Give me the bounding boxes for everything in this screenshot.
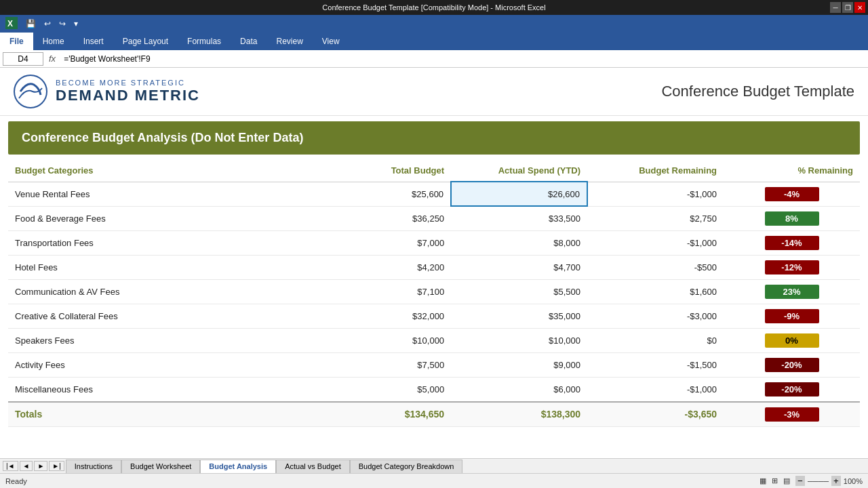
- table-header-row: Budget Categories Total Budget Actual Sp…: [8, 160, 860, 182]
- cell-actual-spend[interactable]: $26,600: [451, 182, 587, 206]
- cell-percent-remaining[interactable]: -14%: [724, 230, 860, 255]
- cell-actual-spend[interactable]: $5,500: [451, 279, 587, 304]
- tab-home[interactable]: Home: [33, 33, 74, 50]
- sheet-tabs-bar: |◄ ◄ ► ►| Instructions Budget Worksheet …: [0, 458, 868, 473]
- table-row: Activity Fees $7,500 $9,000 -$1,500 -20%: [8, 352, 860, 377]
- tab-view[interactable]: View: [313, 33, 349, 50]
- cell-actual-spend[interactable]: $35,000: [451, 304, 587, 328]
- logo-text: Become More Strategic Demand Metric: [56, 79, 200, 104]
- cell-total-budget[interactable]: $7,500: [332, 352, 451, 377]
- sheet-tab-actual-vs-budget[interactable]: Actual vs Budget: [276, 460, 350, 473]
- tab-file[interactable]: File: [0, 33, 33, 50]
- sheet-tab-instructions[interactable]: Instructions: [66, 460, 121, 473]
- sheet-nav-prev[interactable]: ◄: [20, 461, 33, 471]
- cell-reference-input[interactable]: [3, 52, 43, 66]
- cell-total-budget[interactable]: $5,000: [332, 377, 451, 402]
- cell-total-budget[interactable]: $36,250: [332, 206, 451, 230]
- cell-category[interactable]: Hotel Fees: [8, 255, 332, 279]
- table-row: Speakers Fees $10,000 $10,000 $0 0%: [8, 328, 860, 352]
- cell-percent-remaining[interactable]: 0%: [724, 328, 860, 352]
- cell-budget-remaining[interactable]: $1,600: [587, 279, 724, 304]
- totals-percent: -3%: [724, 402, 860, 427]
- percent-badge: -14%: [765, 236, 819, 250]
- cell-budget-remaining[interactable]: -$500: [587, 255, 724, 279]
- cell-percent-remaining[interactable]: -12%: [724, 255, 860, 279]
- zoom-in-button[interactable]: +: [831, 476, 841, 486]
- excel-icon[interactable]: X: [3, 16, 20, 33]
- formula-input[interactable]: [61, 54, 865, 64]
- cell-category[interactable]: Creative & Collateral Fees: [8, 304, 332, 328]
- cell-total-budget[interactable]: $4,200: [332, 255, 451, 279]
- col-header-actual-spend: Actual Spend (YTD): [451, 160, 587, 182]
- cell-actual-spend[interactable]: $33,500: [451, 206, 587, 230]
- cell-category[interactable]: Miscellaneous Fees: [8, 377, 332, 402]
- col-header-categories: Budget Categories: [8, 160, 332, 182]
- cell-total-budget[interactable]: $10,000: [332, 328, 451, 352]
- logo-name: Demand Metric: [56, 87, 200, 104]
- cell-actual-spend[interactable]: $10,000: [451, 328, 587, 352]
- zoom-slider[interactable]: ────: [808, 477, 829, 485]
- cell-percent-remaining[interactable]: -9%: [724, 304, 860, 328]
- tab-page-layout[interactable]: Page Layout: [113, 33, 178, 50]
- tab-formulas[interactable]: Formulas: [178, 33, 231, 50]
- layout-break-icon[interactable]: ▤: [783, 476, 790, 485]
- status-bar: Ready ▦ ⊞ ▤ − ──── + 100%: [0, 473, 868, 488]
- close-button[interactable]: ✕: [854, 2, 865, 13]
- cell-category[interactable]: Food & Beverage Fees: [8, 206, 332, 230]
- sheet-tab-category-breakdown[interactable]: Budget Category Breakdown: [350, 460, 463, 473]
- title-text: Conference Budget Template [Compatibilit…: [322, 3, 545, 12]
- cell-actual-spend[interactable]: $9,000: [451, 352, 587, 377]
- cell-total-budget[interactable]: $7,100: [332, 279, 451, 304]
- restore-button[interactable]: ❐: [842, 2, 853, 13]
- cell-category[interactable]: Speakers Fees: [8, 328, 332, 352]
- cell-actual-spend[interactable]: $4,700: [451, 255, 587, 279]
- tab-review[interactable]: Review: [267, 33, 312, 50]
- table-row: Miscellaneous Fees $5,000 $6,000 -$1,000…: [8, 377, 860, 402]
- cell-budget-remaining[interactable]: $2,750: [587, 206, 724, 230]
- cell-percent-remaining[interactable]: -20%: [724, 352, 860, 377]
- minimize-button[interactable]: ─: [830, 2, 841, 13]
- cell-actual-spend[interactable]: $6,000: [451, 377, 587, 402]
- redo-button[interactable]: ↪: [56, 18, 68, 30]
- sheet-nav-first[interactable]: |◄: [3, 461, 18, 471]
- undo-button[interactable]: ↩: [41, 18, 54, 30]
- formula-bar: fx: [0, 50, 868, 68]
- sheet-tab-budget-worksheet[interactable]: Budget Worksheet: [121, 460, 200, 473]
- cell-actual-spend[interactable]: $8,000: [451, 230, 587, 255]
- cell-budget-remaining[interactable]: -$1,000: [587, 230, 724, 255]
- cell-total-budget[interactable]: $25,600: [332, 182, 451, 206]
- cell-budget-remaining[interactable]: -$1,000: [587, 377, 724, 402]
- percent-badge: -20%: [765, 382, 819, 396]
- layout-page-icon[interactable]: ⊞: [772, 476, 778, 485]
- demand-metric-logo: [14, 75, 47, 108]
- tab-insert[interactable]: Insert: [74, 33, 113, 50]
- zoom-control: − ──── + 100%: [795, 476, 863, 486]
- cell-percent-remaining[interactable]: 23%: [724, 279, 860, 304]
- cell-percent-remaining[interactable]: -20%: [724, 377, 860, 402]
- sheet-nav-next[interactable]: ►: [34, 461, 47, 471]
- cell-total-budget[interactable]: $32,000: [332, 304, 451, 328]
- cell-budget-remaining[interactable]: -$1,500: [587, 352, 724, 377]
- save-button[interactable]: 💾: [23, 18, 39, 30]
- totals-label: Totals: [8, 402, 332, 427]
- cell-total-budget[interactable]: $7,000: [332, 230, 451, 255]
- cell-category[interactable]: Communication & AV Fees: [8, 279, 332, 304]
- cell-category[interactable]: Transportation Fees: [8, 230, 332, 255]
- title-bar: Conference Budget Template [Compatibilit…: [0, 0, 868, 15]
- layout-normal-icon[interactable]: ▦: [760, 476, 766, 485]
- status-text: Ready: [5, 477, 27, 485]
- percent-badge: -9%: [765, 309, 819, 323]
- cell-percent-remaining[interactable]: 8%: [724, 206, 860, 230]
- header-area: Become More Strategic Demand Metric Conf…: [0, 68, 868, 116]
- quick-access-dropdown[interactable]: ▾: [71, 18, 81, 30]
- cell-budget-remaining[interactable]: -$1,000: [587, 182, 724, 206]
- zoom-out-button[interactable]: −: [795, 476, 805, 486]
- cell-budget-remaining[interactable]: -$3,000: [587, 304, 724, 328]
- cell-percent-remaining[interactable]: -4%: [724, 182, 860, 206]
- tab-data[interactable]: Data: [231, 33, 267, 50]
- cell-category[interactable]: Venue Rental Fees: [8, 182, 332, 206]
- sheet-tab-budget-analysis[interactable]: Budget Analysis: [200, 460, 276, 473]
- sheet-nav-last[interactable]: ►|: [49, 461, 64, 471]
- cell-category[interactable]: Activity Fees: [8, 352, 332, 377]
- cell-budget-remaining[interactable]: $0: [587, 328, 724, 352]
